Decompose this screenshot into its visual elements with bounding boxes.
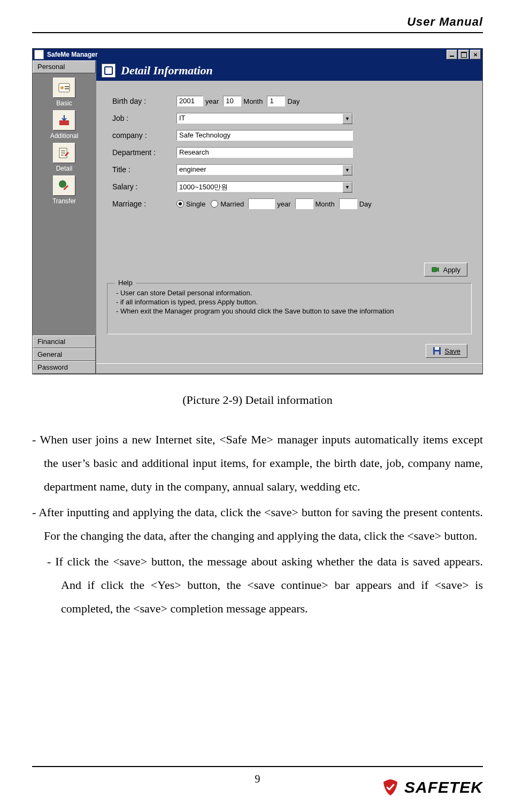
safetek-logo-icon	[381, 778, 400, 797]
person-card-icon	[53, 78, 75, 98]
svg-rect-4	[59, 120, 69, 125]
salary-combo[interactable]: 1000~1500만원	[176, 181, 353, 192]
svg-rect-9	[435, 351, 439, 355]
download-box-icon	[53, 110, 75, 131]
main-panel: Detail Information Birth day : 2001 year…	[96, 60, 482, 374]
sidebar-item-detail[interactable]: Detail	[53, 143, 75, 172]
apply-button[interactable]: Apply	[424, 263, 467, 277]
marriage-year-input[interactable]	[248, 198, 275, 209]
job-combo[interactable]: IT	[176, 113, 353, 124]
svg-point-6	[59, 180, 66, 188]
body-paragraph-2: - After inputting and applying the data,…	[32, 501, 483, 548]
sidebar-item-basic[interactable]: Basic	[53, 78, 75, 107]
radio-label-single: Single	[186, 200, 205, 208]
globe-edit-icon	[53, 175, 75, 196]
company-label: company :	[112, 131, 176, 140]
sidebar-body: Basic Additional Detail	[33, 73, 96, 335]
detail-form: Birth day : 2001 year 10 Month 1 Day Job…	[96, 81, 482, 340]
help-line-1: - User can store Detail personal informa…	[116, 289, 465, 297]
sidebar-item-label: Additional	[50, 132, 79, 140]
unit-day2: Day	[359, 200, 372, 208]
marriage-label: Marriage :	[112, 200, 176, 208]
save-icon	[433, 347, 441, 355]
marriage-day-input[interactable]	[339, 198, 357, 209]
figure-caption: (Picture 2-9) Detail information	[0, 393, 515, 407]
body-text: - When user joins a new Internet site, <…	[32, 428, 483, 623]
page-header-rule	[32, 32, 483, 33]
app-icon	[34, 50, 44, 59]
salary-label: Salary :	[112, 182, 176, 191]
maximize-button[interactable]	[458, 50, 469, 59]
close-button[interactable]	[470, 50, 481, 59]
radio-label-married: Married	[220, 200, 244, 208]
titlebar: SafeMe Manager	[33, 49, 482, 60]
department-label: Department :	[112, 148, 176, 157]
svg-point-1	[60, 86, 64, 89]
page-footer-rule	[32, 766, 483, 767]
marriage-month-input[interactable]	[295, 198, 313, 209]
footer-logo-text: SAFETEK	[404, 778, 483, 796]
apply-button-label: Apply	[443, 266, 460, 274]
unit-month: Month	[243, 97, 263, 105]
minimize-button[interactable]	[447, 50, 457, 59]
sidebar-tab-financial[interactable]: Financial	[33, 335, 96, 348]
unit-year: year	[205, 97, 219, 105]
sidebar-item-label: Basic	[56, 99, 72, 107]
titlebar-text: SafeMe Manager	[47, 51, 445, 58]
sidebar: Personal Basic Additional	[33, 60, 96, 374]
section-banner-title: Detail Information	[121, 64, 213, 78]
edit-note-icon	[53, 143, 75, 163]
unit-month2: Month	[316, 200, 335, 208]
marriage-married-radio[interactable]	[211, 200, 218, 208]
help-line-3: - When exit the Manager program you shou…	[116, 307, 465, 315]
statusbar	[96, 363, 482, 374]
sidebar-item-label: Transfer	[52, 197, 76, 205]
safeme-window: SafeMe Manager Personal Basic Additi	[32, 48, 483, 374]
apply-icon	[431, 265, 440, 274]
sidebar-item-additional[interactable]: Additional	[50, 110, 79, 140]
save-button[interactable]: Save	[426, 344, 467, 358]
birth-year-input[interactable]: 2001	[176, 96, 203, 106]
body-paragraph-3: - If click the <save> button, the messag…	[32, 550, 483, 621]
sidebar-tab-general[interactable]: General	[33, 348, 96, 361]
sidebar-item-transfer[interactable]: Transfer	[52, 175, 76, 205]
detail-section-icon	[102, 64, 116, 78]
sidebar-item-label: Detail	[56, 165, 73, 172]
svg-rect-3	[65, 88, 69, 89]
company-input[interactable]: Safe Technology	[176, 130, 353, 141]
sidebar-tab-password[interactable]: Password	[33, 361, 96, 374]
birthday-label: Birth day :	[112, 97, 176, 105]
svg-rect-8	[435, 347, 439, 350]
sidebar-tab-personal[interactable]: Personal	[33, 60, 96, 73]
svg-rect-2	[65, 86, 69, 87]
marriage-single-radio[interactable]	[176, 200, 184, 208]
title-label: Title :	[112, 165, 176, 174]
birth-day-input[interactable]: 1	[267, 96, 285, 106]
body-paragraph-1: - When user joins a new Internet site, <…	[32, 428, 483, 499]
birth-month-input[interactable]: 10	[223, 96, 241, 106]
unit-day: Day	[287, 97, 299, 105]
title-combo[interactable]: engineer	[176, 164, 353, 175]
help-groupbox: Help - User can store Detail personal in…	[107, 283, 472, 334]
help-line-2: - if all information is typed, press App…	[116, 298, 465, 306]
section-banner: Detail Information	[96, 60, 482, 81]
department-input[interactable]: Research	[176, 147, 353, 158]
job-label: Job :	[112, 114, 176, 122]
help-legend: Help	[115, 279, 136, 287]
unit-year2: year	[277, 200, 290, 208]
page-header-title: User Manual	[32, 15, 483, 29]
save-button-label: Save	[444, 347, 460, 355]
footer-logo: SAFETEK	[381, 778, 483, 797]
